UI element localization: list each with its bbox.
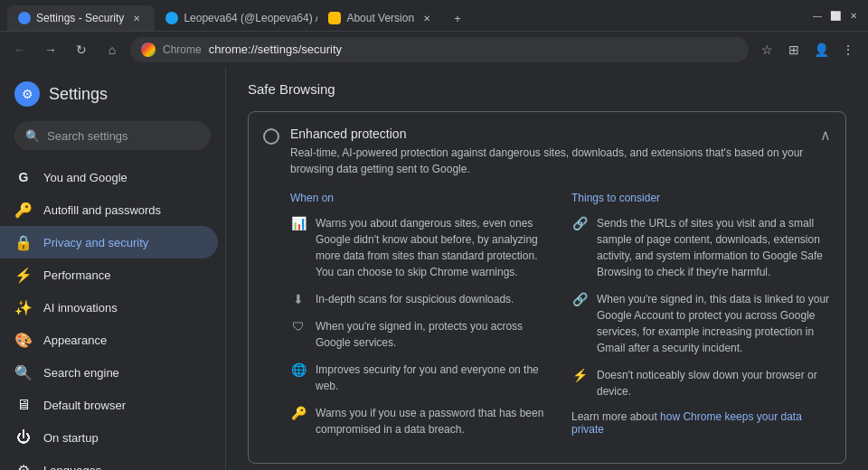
ai-icon: ✨ [14, 298, 33, 316]
detail-text-0: Warns you about dangerous sites, even on… [316, 215, 550, 280]
content-area: Safe Browsing Enhanced protection Real-t… [226, 67, 868, 470]
sidebar: ⚙ Settings 🔍 Search settings G You and G… [0, 67, 226, 470]
tab-bar: Settings - Security ✕ Leopeva64 (@Leopev… [7, 0, 799, 31]
twitter-tab-icon [165, 12, 178, 24]
performance-icon: ⚡ [14, 266, 33, 284]
about-tab-label: About Version [346, 12, 414, 24]
menu-icon[interactable]: ⋮ [835, 37, 861, 62]
sidebar-label-you-and-google: You and Google [43, 171, 127, 184]
sidebar-label-browser: Default browser [43, 399, 126, 412]
when-on-col: When on 📊 Warns you about dangerous site… [290, 192, 550, 448]
tab-settings[interactable]: Settings - Security ✕ [7, 5, 155, 31]
forward-button[interactable]: → [38, 37, 63, 62]
lock-icon: 🔒 [14, 233, 33, 251]
window-controls: — ⬜ ✕ [810, 8, 861, 23]
tab-twitter[interactable]: Leopeva64 (@Leopeva64) / Tw... ✕ [155, 5, 317, 31]
sidebar-item-startup[interactable]: ⏻ On startup [0, 421, 218, 454]
detail-item-1: ⬇ In-depth scans for suspicious download… [290, 291, 550, 307]
minimize-button[interactable]: — [810, 8, 825, 23]
title-bar: Settings - Security ✕ Leopeva64 (@Leopev… [0, 0, 868, 31]
detail-text-1: In-depth scans for suspicious downloads. [316, 291, 514, 307]
enhanced-title: Enhanced protection [290, 127, 809, 141]
sidebar-item-languages[interactable]: ⚙ Languages [0, 454, 218, 470]
sidebar-label-performance: Performance [43, 268, 110, 282]
settings-title: Settings [49, 85, 108, 104]
main-layout: ⚙ Settings 🔍 Search settings G You and G… [0, 67, 868, 470]
sidebar-item-autofill[interactable]: 🔑 Autofill and passwords [0, 193, 218, 226]
search-engine-icon: 🔍 [14, 363, 33, 381]
twitter-tab-label: Leopeva64 (@Leopeva64) / Tw... [184, 12, 317, 24]
consider-text-2: Doesn't noticeably slow down your browse… [597, 367, 831, 400]
sidebar-label-privacy: Privacy and security [43, 236, 148, 249]
settings-logo: ⚙ [14, 81, 40, 107]
learn-more: Learn more about how Chrome keeps your d… [571, 410, 831, 436]
sidebar-item-appearance[interactable]: 🎨 Appearance [0, 324, 218, 356]
detail-item-0: 📊 Warns you about dangerous sites, even … [290, 215, 550, 280]
link-icon-0: 🔗 [571, 215, 588, 231]
sidebar-item-search[interactable]: 🔍 Search engine [0, 356, 218, 389]
detail-text-3: Improves security for you and everyone o… [316, 362, 550, 394]
restore-button[interactable]: ⬜ [828, 8, 843, 23]
sidebar-label-ai: AI innovations [43, 301, 118, 315]
consider-text-1: When you're signed in, this data is link… [597, 291, 831, 356]
profile-icon[interactable]: 👤 [808, 37, 834, 62]
consider-header: Things to consider [571, 192, 831, 204]
sidebar-label-autofill: Autofill and passwords [43, 203, 161, 217]
home-button[interactable]: ⌂ [99, 37, 125, 62]
enhanced-protection-option[interactable]: Enhanced protection Real-time, AI-powere… [248, 111, 846, 464]
bar-chart-icon: 📊 [290, 215, 307, 231]
sidebar-item-ai[interactable]: ✨ AI innovations [0, 291, 218, 324]
enhanced-expand-button[interactable]: ∧ [820, 127, 831, 144]
sidebar-item-you-and-google[interactable]: G You and Google [0, 161, 218, 193]
speed-icon: ⚡ [571, 367, 588, 383]
enhanced-details: When on 📊 Warns you about dangerous site… [249, 192, 845, 463]
nav-bar: ← → ↻ ⌂ Chrome chrome://settings/securit… [0, 31, 868, 67]
detail-item-2: 🛡 When you're signed in, protects you ac… [290, 318, 550, 351]
when-on-header: When on [290, 192, 550, 204]
link-icon-1: 🔗 [571, 291, 588, 307]
consider-item-0: 🔗 Sends the URLs of sites you visit and … [571, 215, 831, 280]
nav-icons: ☆ ⊞ 👤 ⋮ [754, 37, 861, 62]
enhanced-two-col: When on 📊 Warns you about dangerous site… [290, 192, 831, 448]
tab-about[interactable]: About Version ✕ [317, 5, 445, 31]
reload-button[interactable]: ↻ [69, 37, 94, 62]
sidebar-label-startup: On startup [43, 431, 99, 445]
password-icon: 🔑 [290, 405, 307, 421]
sidebar-label-appearance: Appearance [43, 334, 107, 347]
learn-more-text: Learn more about [571, 410, 660, 423]
extensions-icon[interactable]: ⊞ [781, 37, 807, 62]
sidebar-label-search: Search engine [43, 366, 119, 380]
browser-icon: 🖥 [14, 396, 33, 414]
settings-tab-icon [18, 12, 31, 24]
settings-tab-close[interactable]: ✕ [129, 11, 144, 25]
star-icon[interactable]: ☆ [754, 37, 779, 62]
enhanced-radio[interactable] [263, 128, 279, 145]
section-title: Safe Browsing [248, 81, 846, 97]
consider-item-2: ⚡ Doesn't noticeably slow down your brow… [571, 367, 831, 400]
sidebar-label-languages: Languages [43, 464, 101, 471]
sidebar-item-browser[interactable]: 🖥 Default browser [0, 389, 218, 421]
sidebar-item-performance[interactable]: ⚡ Performance [0, 258, 218, 291]
startup-icon: ⏻ [14, 428, 33, 446]
sidebar-item-privacy[interactable]: 🔒 Privacy and security [0, 226, 218, 258]
chrome-security-icon [141, 42, 156, 57]
detail-text-2: When you're signed in, protects you acro… [316, 318, 550, 351]
back-button[interactable]: ← [7, 37, 33, 62]
new-tab-button[interactable]: + [445, 5, 470, 31]
languages-icon: ⚙ [14, 461, 33, 470]
sidebar-search[interactable]: 🔍 Search settings [14, 121, 211, 150]
detail-item-3: 🌐 Improves security for you and everyone… [290, 362, 550, 394]
download-icon: ⬇ [290, 291, 307, 307]
key-icon: 🔑 [14, 201, 33, 219]
settings-header: ⚙ Settings [0, 74, 225, 121]
address-bar[interactable]: Chrome chrome://settings/security [130, 37, 749, 62]
address-text: chrome://settings/security [209, 42, 342, 56]
about-tab-close[interactable]: ✕ [420, 11, 434, 25]
appearance-icon: 🎨 [14, 331, 33, 349]
enhanced-option-header: Enhanced protection Real-time, AI-powere… [249, 112, 845, 192]
shield-icon: 🛡 [290, 318, 307, 334]
about-tab-icon [328, 12, 341, 24]
consider-text-0: Sends the URLs of sites you visit and a … [597, 215, 831, 280]
settings-tab-label: Settings - Security [36, 12, 124, 24]
close-button[interactable]: ✕ [846, 8, 861, 23]
